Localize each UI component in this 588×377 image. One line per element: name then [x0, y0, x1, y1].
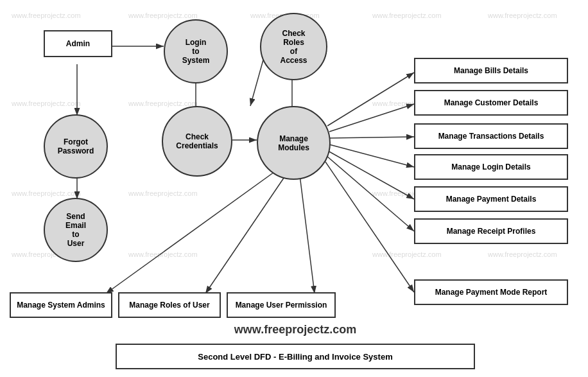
watermark: www.freeprojectz.com — [372, 250, 442, 258]
watermark: www.freeprojectz.com — [12, 100, 81, 107]
manage-receipt-node: Manage Receipt Profiles — [414, 218, 568, 244]
svg-line-13 — [327, 156, 414, 231]
login-to-system-node: Login to System — [164, 19, 228, 83]
website-footer: www.freeprojectz.com — [180, 323, 411, 337]
manage-bills-node: Manage Bills Details — [414, 58, 568, 83]
svg-line-12 — [328, 151, 414, 199]
svg-line-9 — [329, 104, 414, 132]
watermark: www.freeprojectz.com — [128, 250, 198, 258]
title-box: Second Level DFD - E-Billing and Invoice… — [116, 344, 475, 369]
watermark: www.freeprojectz.com — [128, 189, 198, 197]
svg-line-8 — [327, 73, 414, 126]
manage-user-permission-node: Manage User Permission — [227, 292, 336, 318]
check-credentials-node: Check Credentials — [162, 106, 232, 177]
send-email-node: Send Email to User — [44, 198, 108, 262]
watermark: www.freeprojectz.com — [488, 12, 557, 19]
watermark: www.freeprojectz.com — [12, 189, 81, 197]
svg-line-14 — [325, 162, 414, 292]
svg-line-10 — [330, 137, 414, 138]
manage-customer-node: Manage Customer Details — [414, 90, 568, 116]
check-roles-access-node: Check Roles of Access — [260, 13, 327, 80]
watermark: www.freeprojectz.com — [488, 250, 557, 258]
manage-system-admins-node: Manage System Admins — [10, 292, 112, 318]
forgot-password-node: Forgot Password — [44, 114, 108, 179]
manage-transactions-node: Manage Transactions Details — [414, 123, 568, 149]
watermark: www.freeprojectz.com — [12, 12, 81, 19]
manage-modules-node: Manage Modules — [257, 106, 331, 180]
svg-line-17 — [298, 165, 315, 294]
diagram-container: www.freeprojectz.com www.freeprojectz.co… — [0, 0, 588, 377]
svg-line-11 — [329, 145, 414, 167]
manage-payment-node: Manage Payment Details — [414, 186, 568, 212]
admin-node: Admin — [44, 30, 112, 57]
svg-line-15 — [106, 164, 286, 294]
watermark: www.freeprojectz.com — [128, 12, 198, 19]
manage-roles-node: Manage Roles of User — [118, 292, 221, 318]
manage-login-node: Manage Login Details — [414, 154, 568, 180]
manage-payment-mode-node: Manage Payment Mode Report — [414, 279, 568, 305]
watermark: www.freeprojectz.com — [372, 12, 442, 19]
svg-line-16 — [205, 166, 292, 294]
watermark: www.freeprojectz.com — [128, 100, 198, 107]
